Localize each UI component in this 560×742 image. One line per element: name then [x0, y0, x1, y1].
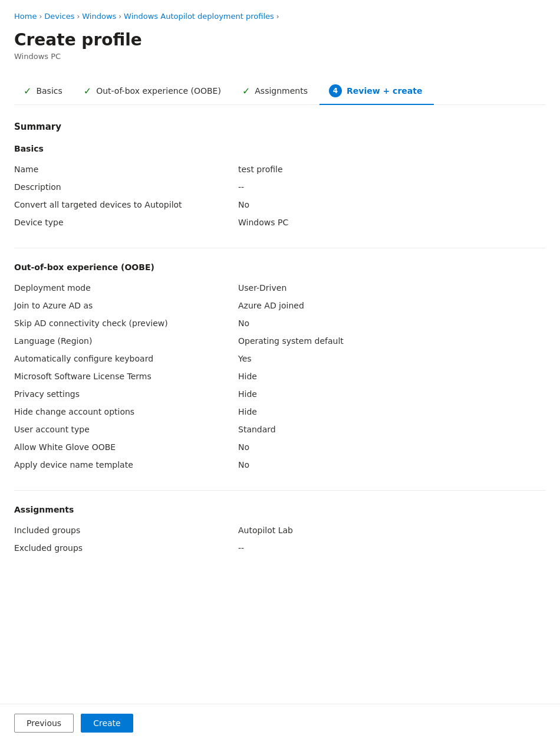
row-license-value: Hide [238, 372, 546, 381]
row-description: Description -- [14, 178, 546, 196]
breadcrumb-windows[interactable]: Windows [82, 12, 116, 21]
row-privacy-label: Privacy settings [14, 389, 238, 399]
breadcrumb-sep-1: › [39, 12, 42, 21]
row-language: Language (Region) Operating system defau… [14, 332, 546, 350]
breadcrumb: Home › Devices › Windows › Windows Autop… [14, 12, 546, 21]
row-deployment-mode: Deployment mode User-Driven [14, 279, 546, 297]
row-language-value: Operating system default [238, 336, 546, 346]
row-join-azure-value: Azure AD joined [238, 301, 546, 310]
row-included-groups-value: Autopilot Lab [238, 526, 546, 535]
summary-heading: Summary [14, 122, 546, 132]
row-white-glove-value: No [238, 442, 546, 452]
row-skip-ad-label: Skip AD connectivity check (preview) [14, 319, 238, 328]
row-device-type: Device type Windows PC [14, 214, 546, 231]
row-user-account: User account type Standard [14, 421, 546, 438]
row-white-glove: Allow White Glove OOBE No [14, 438, 546, 456]
row-keyboard-value: Yes [238, 354, 546, 363]
row-privacy-value: Hide [238, 389, 546, 399]
row-device-name-label: Apply device name template [14, 460, 238, 470]
row-convert-value: No [238, 200, 546, 209]
section-assignments: Assignments Included groups Autopilot La… [14, 505, 546, 557]
row-hide-change-label: Hide change account options [14, 407, 238, 416]
breadcrumb-autopilot[interactable]: Windows Autopilot deployment profiles [124, 12, 274, 21]
row-convert-label: Convert all targeted devices to Autopilo… [14, 200, 238, 209]
row-name-value: test profile [238, 165, 546, 174]
row-name-label: Name [14, 165, 238, 174]
section-assignments-title: Assignments [14, 505, 546, 514]
row-skip-ad-value: No [238, 319, 546, 328]
row-keyboard: Automatically configure keyboard Yes [14, 350, 546, 367]
row-white-glove-label: Allow White Glove OOBE [14, 442, 238, 452]
tab-assignments[interactable]: ✓ Assignments [233, 78, 319, 104]
divider-2 [14, 490, 546, 491]
page-subtitle: Windows PC [14, 52, 546, 61]
tab-basics[interactable]: ✓ Basics [14, 78, 74, 104]
step-badge-review: 4 [329, 84, 342, 97]
row-device-name: Apply device name template No [14, 456, 546, 474]
breadcrumb-home[interactable]: Home [14, 12, 37, 21]
row-user-account-label: User account type [14, 425, 238, 434]
row-license: Microsoft Software License Terms Hide [14, 367, 546, 385]
row-description-label: Description [14, 182, 238, 192]
row-excluded-groups-value: -- [238, 543, 546, 553]
section-basics-title: Basics [14, 144, 546, 153]
row-included-groups: Included groups Autopilot Lab [14, 521, 546, 539]
tab-oobe[interactable]: ✓ Out-of-box experience (OOBE) [74, 78, 233, 104]
row-included-groups-label: Included groups [14, 526, 238, 535]
main-content: Summary Basics Name test profile Descrip… [14, 122, 546, 620]
tab-assignments-label: Assignments [255, 86, 308, 96]
section-oobe: Out-of-box experience (OOBE) Deployment … [14, 262, 546, 474]
check-icon-oobe: ✓ [84, 86, 91, 97]
check-icon-assignments: ✓ [242, 86, 250, 97]
tab-oobe-label: Out-of-box experience (OOBE) [96, 86, 221, 96]
row-device-type-label: Device type [14, 218, 238, 227]
create-button[interactable]: Create [81, 714, 133, 733]
row-language-label: Language (Region) [14, 336, 238, 346]
wizard-tabs: ✓ Basics ✓ Out-of-box experience (OOBE) … [14, 77, 546, 105]
row-privacy: Privacy settings Hide [14, 385, 546, 403]
row-license-label: Microsoft Software License Terms [14, 372, 238, 381]
row-deployment-mode-value: User-Driven [238, 283, 546, 293]
row-user-account-value: Standard [238, 425, 546, 434]
row-deployment-mode-label: Deployment mode [14, 283, 238, 293]
footer: Previous Create [0, 704, 560, 742]
section-basics: Basics Name test profile Description -- … [14, 144, 546, 231]
check-icon-basics: ✓ [24, 86, 31, 97]
row-skip-ad: Skip AD connectivity check (preview) No [14, 314, 546, 332]
breadcrumb-sep-2: › [77, 12, 80, 21]
row-excluded-groups-label: Excluded groups [14, 543, 238, 553]
tab-basics-label: Basics [36, 86, 62, 96]
tab-review-label: Review + create [347, 86, 422, 96]
row-device-type-value: Windows PC [238, 218, 546, 227]
breadcrumb-sep-4: › [276, 12, 279, 21]
row-hide-change: Hide change account options Hide [14, 403, 546, 421]
row-name: Name test profile [14, 160, 546, 178]
row-keyboard-label: Automatically configure keyboard [14, 354, 238, 363]
section-oobe-title: Out-of-box experience (OOBE) [14, 262, 546, 272]
page-title: Create profile [14, 30, 546, 50]
row-join-azure: Join to Azure AD as Azure AD joined [14, 297, 546, 314]
breadcrumb-devices[interactable]: Devices [44, 12, 74, 21]
row-join-azure-label: Join to Azure AD as [14, 301, 238, 310]
tab-review[interactable]: 4 Review + create [319, 77, 434, 104]
row-excluded-groups: Excluded groups -- [14, 539, 546, 557]
previous-button[interactable]: Previous [14, 714, 74, 733]
row-description-value: -- [238, 182, 546, 192]
breadcrumb-sep-3: › [118, 12, 121, 21]
row-device-name-value: No [238, 460, 546, 470]
row-hide-change-value: Hide [238, 407, 546, 416]
divider-1 [14, 248, 546, 248]
row-convert: Convert all targeted devices to Autopilo… [14, 196, 546, 214]
